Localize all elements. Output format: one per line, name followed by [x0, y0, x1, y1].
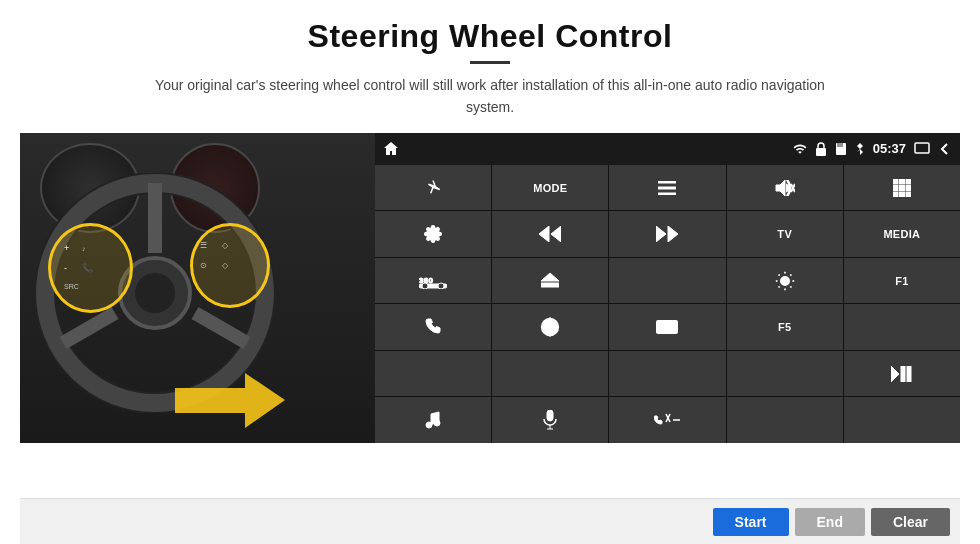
svg-point-44 — [422, 283, 428, 289]
yellow-arrow — [175, 368, 285, 433]
btn-f5[interactable] — [727, 351, 843, 397]
svg-marker-38 — [539, 226, 549, 242]
svg-text:◇: ◇ — [222, 241, 229, 250]
svg-rect-59 — [657, 321, 677, 333]
svg-text:SRC: SRC — [64, 283, 79, 290]
btn-settings[interactable] — [375, 211, 491, 257]
start-button[interactable]: Start — [713, 508, 789, 536]
btn-eq[interactable]: F5 — [727, 304, 843, 350]
svg-marker-39 — [551, 226, 561, 242]
svg-point-45 — [438, 283, 444, 289]
btn-media[interactable]: MEDIA — [844, 211, 960, 257]
wifi-icon — [793, 142, 807, 156]
topbar-status-icons: 05:37 — [793, 141, 952, 156]
btn-rectangle[interactable] — [609, 304, 725, 350]
btn-microphone[interactable] — [492, 397, 608, 443]
svg-line-51 — [778, 274, 779, 275]
svg-rect-22 — [915, 143, 929, 153]
svg-rect-30 — [906, 179, 911, 184]
bottom-bar: Start End Clear — [20, 498, 960, 544]
svg-point-6 — [135, 273, 175, 313]
btn-eject[interactable] — [492, 258, 608, 304]
right-controls: ☰ ◇ ⊙ ◇ — [192, 228, 267, 303]
btn-prev[interactable] — [492, 211, 608, 257]
svg-line-4 — [195, 313, 247, 343]
btn-vol-mute-call[interactable] — [609, 397, 725, 443]
svg-text:+: + — [64, 243, 69, 253]
topbar-time: 05:37 — [873, 141, 906, 156]
svg-text:♪: ♪ — [82, 245, 86, 252]
btn-list[interactable] — [609, 165, 725, 211]
btn-dvd[interactable]: F1 — [844, 258, 960, 304]
btn-navigate[interactable] — [375, 165, 491, 211]
svg-line-56 — [790, 274, 791, 275]
svg-rect-32 — [899, 185, 904, 190]
svg-line-55 — [778, 286, 779, 287]
svg-rect-34 — [893, 192, 898, 197]
btn-mute[interactable] — [727, 165, 843, 211]
svg-marker-16 — [175, 373, 285, 428]
btn-360[interactable]: 360 — [375, 258, 491, 304]
btn-compass[interactable] — [492, 304, 608, 350]
svg-rect-25 — [658, 193, 676, 195]
title-divider — [470, 61, 510, 64]
btn-f4[interactable] — [609, 351, 725, 397]
screen-mirror-icon — [914, 142, 930, 156]
svg-rect-33 — [906, 185, 911, 190]
svg-rect-23 — [658, 181, 676, 183]
svg-line-52 — [790, 286, 791, 287]
svg-rect-31 — [893, 185, 898, 190]
bluetooth-icon — [855, 142, 865, 156]
svg-point-63 — [426, 422, 432, 428]
svg-rect-29 — [899, 179, 904, 184]
btn-mode[interactable]: MODE — [492, 165, 608, 211]
svg-text:◇: ◇ — [222, 261, 229, 270]
btn-f2[interactable] — [375, 351, 491, 397]
topbar-left — [383, 141, 399, 157]
svg-text:☰: ☰ — [200, 241, 207, 250]
steering-wheel-image: + ♪ - 📞 SRC ☰ ◇ ⊙ ◇ — [20, 133, 375, 443]
svg-text:-: - — [64, 263, 67, 273]
clear-button[interactable]: Clear — [871, 508, 950, 536]
svg-marker-46 — [541, 273, 559, 281]
svg-text:📞: 📞 — [82, 262, 94, 274]
home-icon — [383, 141, 399, 157]
panel-grid: MODE — [375, 165, 960, 443]
btn-play-pause[interactable] — [844, 351, 960, 397]
btn-f3[interactable] — [492, 351, 608, 397]
lock-icon — [815, 142, 827, 156]
radio-panel: 05:37 MODE — [375, 133, 960, 443]
svg-point-48 — [781, 276, 789, 284]
svg-rect-47 — [541, 283, 559, 287]
btn-next[interactable] — [609, 211, 725, 257]
svg-marker-40 — [656, 226, 666, 242]
content-row: + ♪ - 📞 SRC ☰ ◇ ⊙ ◇ — [20, 133, 960, 498]
left-controls: + ♪ - 📞 SRC — [52, 231, 127, 306]
svg-rect-62 — [907, 366, 911, 382]
btn-phone[interactable] — [375, 304, 491, 350]
svg-rect-36 — [906, 192, 911, 197]
svg-rect-28 — [893, 179, 898, 184]
svg-rect-17 — [816, 148, 826, 156]
btn-apps[interactable] — [844, 165, 960, 211]
btn-empty-2 — [844, 397, 960, 443]
btn-music[interactable] — [375, 397, 491, 443]
sd-icon — [835, 142, 847, 156]
svg-point-64 — [434, 420, 440, 426]
btn-empty-1 — [727, 397, 843, 443]
btn-f1[interactable] — [844, 304, 960, 350]
svg-rect-61 — [901, 366, 905, 382]
btn-radio[interactable] — [609, 258, 725, 304]
btn-tv[interactable]: TV — [727, 211, 843, 257]
page-title: Steering Wheel Control — [308, 18, 673, 55]
svg-line-3 — [63, 313, 115, 343]
end-button[interactable]: End — [795, 508, 865, 536]
svg-rect-35 — [899, 192, 904, 197]
svg-rect-24 — [658, 187, 676, 189]
svg-marker-41 — [668, 226, 678, 242]
svg-marker-60 — [891, 366, 899, 382]
svg-text:⊙: ⊙ — [200, 261, 207, 270]
back-icon — [938, 142, 952, 156]
btn-brightness[interactable] — [727, 258, 843, 304]
page-subtitle: Your original car's steering wheel contr… — [140, 74, 840, 119]
